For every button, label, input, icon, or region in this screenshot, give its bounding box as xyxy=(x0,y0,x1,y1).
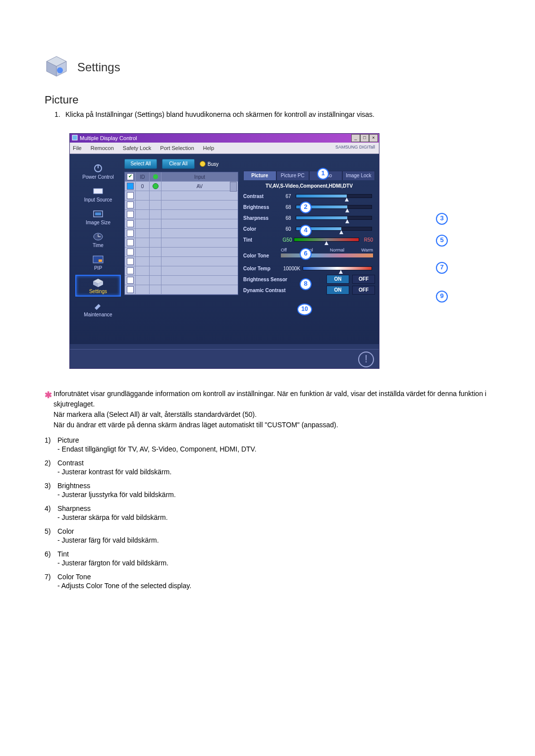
row-checkbox[interactable] xyxy=(127,211,134,218)
row-id xyxy=(136,285,150,294)
svg-rect-9 xyxy=(95,212,101,215)
table-row[interactable] xyxy=(125,191,238,201)
note-item: 1)Picture- Endast tillgängligt för TV, A… xyxy=(45,436,490,453)
row-status-led xyxy=(150,285,161,294)
row-status-led xyxy=(150,210,161,219)
table-row[interactable] xyxy=(125,266,238,276)
sidebar-item-input-source[interactable]: Input Source xyxy=(76,184,120,204)
sidebar-item-power-control[interactable]: Power Control xyxy=(76,161,120,182)
display-grid: ID Input 0AV xyxy=(124,172,238,295)
note-item: 7)Color Tone- Adjusts Color Tone of the … xyxy=(45,573,490,590)
svg-rect-4 xyxy=(72,135,77,140)
toggle-on[interactable]: ON xyxy=(326,275,349,284)
table-row[interactable] xyxy=(125,210,238,219)
svg-rect-7 xyxy=(94,189,103,194)
callout-2: 2 xyxy=(300,202,312,213)
note-item: 3)Brightness- Justerar ljusstyrka för va… xyxy=(45,482,490,499)
row-checkbox[interactable] xyxy=(127,202,134,208)
note-item: 5)Color- Justerar färg för vald bildskär… xyxy=(45,527,490,544)
row-checkbox[interactable] xyxy=(127,230,134,237)
window-title: Multiple Display Control xyxy=(80,135,137,141)
row-status-led xyxy=(150,266,161,275)
row-id xyxy=(136,266,150,275)
row-checkbox[interactable] xyxy=(127,249,134,255)
contrast-slider[interactable] xyxy=(296,194,372,198)
table-row[interactable]: 0AV xyxy=(125,182,238,191)
toggle-off[interactable]: OFF xyxy=(352,275,375,284)
brand-label: SAMSUNG DIGITall xyxy=(335,145,375,150)
row-id xyxy=(136,229,150,238)
menu-remocon[interactable]: Remocon xyxy=(91,145,114,151)
row-id xyxy=(136,257,150,266)
row-checkbox[interactable] xyxy=(127,277,134,284)
table-row[interactable] xyxy=(125,248,238,257)
tab-picture-pc[interactable]: Picture PC xyxy=(276,171,310,180)
row-checkbox[interactable] xyxy=(127,183,134,190)
menu-file[interactable]: File xyxy=(73,145,82,151)
table-row[interactable] xyxy=(125,285,238,295)
close-button[interactable]: × xyxy=(369,134,378,142)
busy-dot-icon xyxy=(200,161,206,167)
maintenance-icon xyxy=(92,301,105,311)
table-row[interactable] xyxy=(125,238,238,248)
tab-picture[interactable]: Picture xyxy=(243,171,276,180)
menu-help[interactable]: Help xyxy=(203,145,214,151)
settings-icon xyxy=(92,278,105,288)
sharpness-slider[interactable] xyxy=(296,216,372,220)
row-input xyxy=(161,285,238,294)
app-window-wrap: Multiple Display Control _ □ × File Remo… xyxy=(69,133,378,369)
select-all-button[interactable]: Select All xyxy=(124,159,157,169)
color-tone-slider[interactable]: Off Cool Normal Warm xyxy=(281,253,373,257)
table-row[interactable] xyxy=(125,257,238,266)
row-status-led xyxy=(150,238,161,247)
toggle-off[interactable]: OFF xyxy=(352,286,375,295)
color-temp-slider[interactable] xyxy=(303,266,372,270)
row-id xyxy=(136,210,150,219)
table-row[interactable] xyxy=(125,219,238,229)
sidebar-item-time[interactable]: Time xyxy=(76,229,120,250)
row-input xyxy=(161,276,238,285)
sidebar-item-pip[interactable]: PIP xyxy=(76,252,120,273)
tab-image-lock[interactable]: Image Lock xyxy=(342,171,375,180)
note-item: 4)Sharpness- Justerar skärpa för vald bi… xyxy=(45,504,490,521)
menubar: File Remocon Safety Lock Port Selection … xyxy=(70,143,379,154)
row-checkbox[interactable] xyxy=(127,239,134,246)
table-row[interactable] xyxy=(125,276,238,285)
note-item: 6)Tint- Justerar färgton för vald bildsk… xyxy=(45,550,490,567)
table-row[interactable] xyxy=(125,229,238,238)
titlebar: Multiple Display Control _ □ × xyxy=(70,134,379,143)
sidebar-item-image-size[interactable]: Image Size xyxy=(76,206,120,227)
callout-8: 8 xyxy=(300,278,312,290)
row-status-led xyxy=(150,257,161,266)
callout-1: 1 xyxy=(317,168,329,180)
row-checkbox[interactable] xyxy=(127,192,134,199)
slider-row-sharpness: Sharpness68 xyxy=(243,212,375,223)
app-icon xyxy=(72,135,80,142)
row-checkbox[interactable] xyxy=(127,220,134,227)
clear-all-button[interactable]: Clear All xyxy=(162,159,195,169)
callout-5: 5 xyxy=(436,235,448,247)
row-id xyxy=(136,248,150,256)
svg-rect-14 xyxy=(99,259,102,262)
maximize-button[interactable]: □ xyxy=(360,134,369,142)
callout-10: 10 xyxy=(297,303,312,315)
toggle-on[interactable]: ON xyxy=(326,286,349,295)
callout-9: 9 xyxy=(436,291,448,302)
sidebar-item-settings[interactable]: Settings xyxy=(75,275,121,297)
sidebar-item-maintenance[interactable]: Maintenance xyxy=(76,299,120,319)
menu-safety-lock[interactable]: Safety Lock xyxy=(123,145,151,151)
menu-port-selection[interactable]: Port Selection xyxy=(160,145,194,151)
table-row[interactable] xyxy=(125,201,238,210)
page-heading: Settings xyxy=(77,60,120,74)
row-checkbox[interactable] xyxy=(127,258,134,265)
row-status-led xyxy=(150,219,161,228)
info-icon: ! xyxy=(358,352,374,367)
row-checkbox[interactable] xyxy=(127,286,134,293)
row-input xyxy=(161,229,238,238)
tint-slider[interactable] xyxy=(294,238,359,242)
row-status-led xyxy=(150,248,161,256)
row-input xyxy=(161,210,238,219)
scrollbar-stub[interactable] xyxy=(230,182,237,192)
minimize-button[interactable]: _ xyxy=(351,134,360,142)
row-checkbox[interactable] xyxy=(127,267,134,274)
